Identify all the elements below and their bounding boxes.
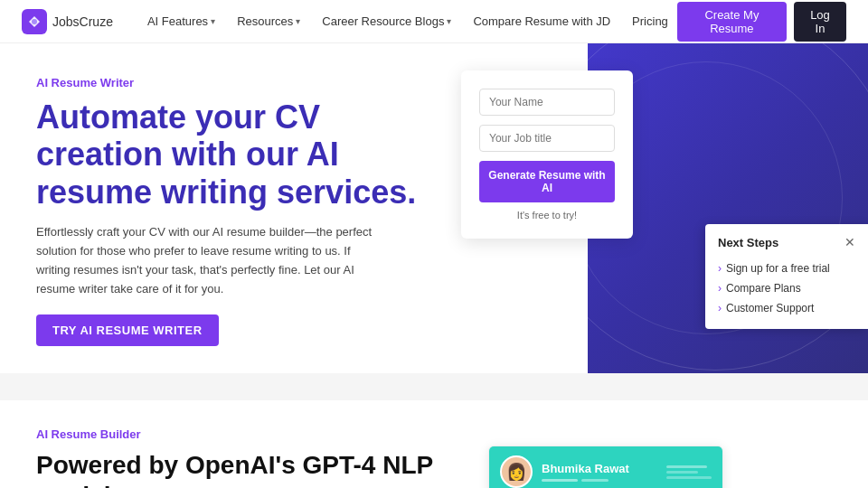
- next-steps-title: Next Steps: [718, 236, 778, 249]
- section-divider: [0, 373, 868, 400]
- nav-compare-resume[interactable]: Compare Resume with JD: [464, 9, 619, 33]
- resume-header-details: [666, 465, 712, 479]
- resume-detail-line: [666, 465, 707, 468]
- hero-content: AI Resume Writer Automate your CV creati…: [0, 43, 470, 373]
- nav-pricing[interactable]: Pricing: [623, 9, 677, 33]
- job-title-input[interactable]: [479, 125, 615, 152]
- nav-actions: Create My Resume Log In: [677, 2, 846, 42]
- hero-form-area: Generate Resume with AI It's free to try…: [461, 70, 633, 239]
- gpt4-content: AI Resume Builder Powered by OpenAI's GP…: [36, 427, 452, 488]
- logo-text: JobsCruze: [52, 14, 113, 29]
- nav-resources[interactable]: Resources ▾: [228, 9, 309, 33]
- next-steps-popup: Next Steps ✕ Sign up for a free trial Co…: [705, 224, 868, 329]
- chevron-down-icon: ▾: [211, 16, 215, 26]
- resume-form-card: Generate Resume with AI It's free to try…: [461, 70, 633, 239]
- section2-tag: AI Resume Builder: [36, 427, 452, 441]
- chevron-down-icon: ▾: [447, 16, 451, 26]
- hero-tag: AI Resume Writer: [36, 76, 448, 89]
- nav-career-blogs[interactable]: Career Resource Blogs ▾: [313, 9, 460, 33]
- free-trial-text: It's free to try!: [479, 210, 615, 221]
- chevron-down-icon: ▾: [296, 16, 300, 26]
- next-step-support[interactable]: Customer Support: [718, 298, 855, 318]
- login-button[interactable]: Log In: [794, 2, 846, 42]
- navbar: JobsCruze AI Features ▾ Resources ▾ Care…: [0, 0, 868, 43]
- name-input[interactable]: [479, 89, 615, 116]
- nav-links: AI Features ▾ Resources ▾ Career Resourc…: [138, 9, 677, 33]
- try-ai-resume-writer-button[interactable]: TRY AI RESUME WRITER: [36, 314, 219, 346]
- next-step-signup[interactable]: Sign up for a free trial: [718, 258, 855, 278]
- resume-preview-card: 👩 Bhumika Rawat: [488, 446, 723, 488]
- svg-point-1: [32, 19, 37, 24]
- close-button[interactable]: ✕: [844, 235, 855, 249]
- resume-info-line: [542, 479, 578, 482]
- logo[interactable]: JobsCruze: [22, 9, 113, 34]
- create-resume-button[interactable]: Create My Resume: [677, 2, 787, 42]
- generate-resume-button[interactable]: Generate Resume with AI: [479, 161, 615, 202]
- logo-icon: [22, 9, 47, 34]
- hero-title: Automate your CV creation with our AI re…: [36, 99, 448, 211]
- resume-preview-header: 👩 Bhumika Rawat: [489, 446, 722, 488]
- hero-description: Effortlessly craft your CV with our AI r…: [36, 223, 380, 298]
- resume-detail-line: [666, 471, 698, 474]
- hero-section: AI Resume Writer Automate your CV creati…: [0, 43, 868, 373]
- next-steps-header: Next Steps ✕: [718, 235, 855, 249]
- resume-detail-line: [666, 476, 712, 479]
- next-step-compare[interactable]: Compare Plans: [718, 278, 855, 298]
- resume-name: Bhumika Rawat: [542, 462, 629, 475]
- resume-avatar: 👩: [500, 455, 533, 488]
- nav-ai-features[interactable]: AI Features ▾: [138, 9, 224, 33]
- resume-info-line: [581, 479, 609, 482]
- section2-title: Powered by OpenAI's GPT-4 NLP model: [36, 450, 452, 488]
- gpt4-section: AI Resume Builder Powered by OpenAI's GP…: [0, 400, 868, 488]
